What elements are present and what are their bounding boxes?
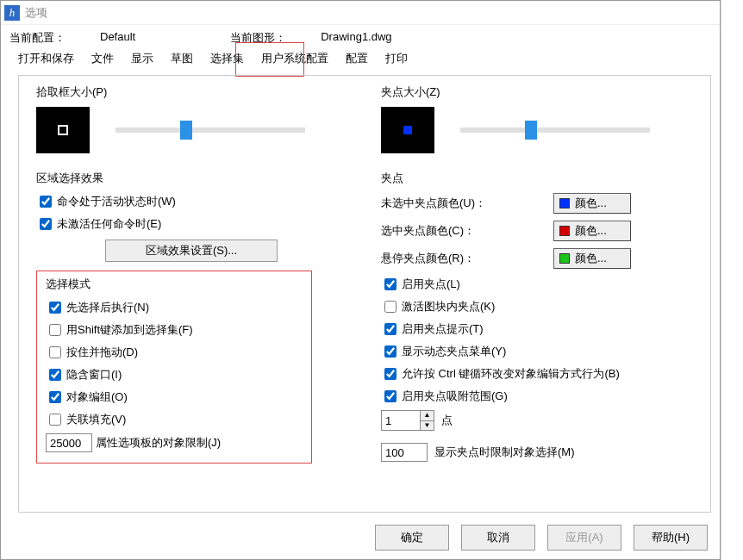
gripsize-slider-thumb[interactable] xyxy=(525,121,537,140)
pickbox-label: 拾取框大小(P) xyxy=(36,84,364,100)
chk-ctrl-cycle[interactable] xyxy=(384,368,396,380)
grips-label: 夹点 xyxy=(381,171,705,186)
chk-hatch-label: 关联填充(V) xyxy=(66,412,126,427)
window-title: 选项 xyxy=(25,5,47,21)
config-value: Default xyxy=(100,30,135,46)
color-btn-text3: 颜色... xyxy=(575,251,607,266)
spinner-label: 点 xyxy=(441,413,453,428)
right-column: 夹点大小(Z) 夹点 未选中夹点颜色(U)： 颜色... 选中夹点颜色(C)： xyxy=(381,84,705,462)
help-button[interactable]: 帮助(H) xyxy=(634,525,708,551)
hover-color-label: 悬停夹点颜色(R)： xyxy=(381,251,475,266)
gripsize-preview-row xyxy=(381,107,705,153)
chk-object-group[interactable] xyxy=(49,391,61,403)
chk-grip-tip[interactable] xyxy=(384,323,396,335)
chk-enable-grip[interactable] xyxy=(384,278,396,290)
color-btn-text2: 颜色... xyxy=(575,223,607,239)
chk-pre-exec[interactable] xyxy=(49,302,61,314)
tab-open-save[interactable]: 打开和保存 xyxy=(9,47,83,70)
snap-range-input[interactable] xyxy=(382,411,420,430)
pickbox-preview xyxy=(36,107,90,153)
pickbox-slider-thumb[interactable] xyxy=(180,121,192,140)
color-swatch-unselected xyxy=(559,198,570,208)
pickbox-slider[interactable] xyxy=(116,128,305,133)
gripsize-preview xyxy=(381,107,434,153)
area-settings-button[interactable]: 区域效果设置(S)... xyxy=(105,240,278,262)
app-icon: h xyxy=(4,5,20,21)
pickbox-preview-row xyxy=(36,107,364,153)
tab-display[interactable]: 显示 xyxy=(122,47,162,70)
color-swatch-selected xyxy=(559,226,570,236)
select-mode-label: 选择模式 xyxy=(46,277,303,292)
chk-pre-label: 先选择后执行(N) xyxy=(66,300,149,315)
tab-print[interactable]: 打印 xyxy=(377,47,416,70)
chk-active[interactable] xyxy=(40,196,52,208)
grip-obj-limit-label: 显示夹点时限制对象选择(M) xyxy=(434,445,575,460)
left-column: 拾取框大小(P) 区域选择效果 命令处于活动状态时(W) 未激活任何命令时(E)… xyxy=(36,84,364,464)
cancel-button[interactable]: 取消 xyxy=(461,525,535,551)
chk-snap-range-label: 启用夹点吸附范围(G) xyxy=(402,389,508,404)
config-label: 当前配置： xyxy=(9,30,66,46)
tab-bar: 打开和保存 文件 显示 草图 选择集 用户系统配置 配置 打印 xyxy=(1,47,720,70)
chk-ctrl-label: 允许按 Ctrl 键循环改变对象编辑方式行为(B) xyxy=(402,366,620,382)
tab-selection[interactable]: 选择集 xyxy=(202,47,253,70)
unselected-color-button[interactable]: 颜色... xyxy=(553,193,631,214)
chk-enable-grip-label: 启用夹点(L) xyxy=(402,277,460,292)
chk-press-drag[interactable] xyxy=(49,346,61,358)
obj-limit-input[interactable] xyxy=(46,433,92,452)
chk-inactive-label: 未激活任何命令时(E) xyxy=(57,216,161,232)
gripsize-label: 夹点大小(Z) xyxy=(381,84,705,100)
drawing-label: 当前图形： xyxy=(230,30,286,46)
info-row: 当前配置： Default 当前图形： Drawing1.dwg xyxy=(1,25,720,47)
tab-sketch[interactable]: 草图 xyxy=(162,47,202,70)
tab-config[interactable]: 配置 xyxy=(337,47,377,70)
chk-dyn-menu-label: 显示动态夹点菜单(Y) xyxy=(402,344,506,359)
chk-active-label: 命令处于活动状态时(W) xyxy=(57,194,176,209)
chk-snap-range[interactable] xyxy=(384,390,396,402)
ok-button[interactable]: 确定 xyxy=(375,525,449,551)
selected-color-button[interactable]: 颜色... xyxy=(553,221,631,241)
chk-block-grip-label: 激活图块内夹点(K) xyxy=(402,299,495,314)
drawing-value: Drawing1.dwg xyxy=(321,30,391,46)
pickbox-square-icon xyxy=(58,125,68,135)
apply-button[interactable]: 应用(A) xyxy=(547,525,621,551)
chk-shift-add[interactable] xyxy=(49,324,61,336)
chk-assoc-hatch[interactable] xyxy=(49,414,61,426)
spinner-up-icon[interactable]: ▲ xyxy=(421,411,434,421)
select-mode-group: 选择模式 先选择后执行(N) 用Shift键添加到选择集(F) 按住并拖动(D)… xyxy=(36,271,312,464)
titlebar: h 选项 xyxy=(1,1,720,25)
chk-grip-tip-label: 启用夹点提示(T) xyxy=(402,321,484,337)
chk-implied-label: 隐含窗口(I) xyxy=(66,367,122,383)
color-swatch-hover xyxy=(559,253,570,264)
options-dialog: h 选项 当前配置： Default 当前图形： Drawing1.dwg 打开… xyxy=(0,0,721,560)
tab-user-sys[interactable]: 用户系统配置 xyxy=(253,47,337,70)
chk-shift-label: 用Shift键添加到选择集(F) xyxy=(66,322,193,338)
obj-limit-label: 属性选项板的对象限制(J) xyxy=(96,435,221,451)
hover-color-row: 悬停夹点颜色(R)： 颜色... xyxy=(381,248,631,269)
chk-block-grip[interactable] xyxy=(384,301,396,313)
gripsize-slider[interactable] xyxy=(460,128,650,133)
chk-group-label: 对象编组(O) xyxy=(66,389,128,405)
snap-range-spinner[interactable]: ▲ ▼ xyxy=(381,410,434,431)
chk-implied-window[interactable] xyxy=(49,369,61,381)
unselected-color-label: 未选中夹点颜色(U)： xyxy=(381,196,486,211)
spinner-buttons[interactable]: ▲ ▼ xyxy=(420,411,434,430)
color-btn-text: 颜色... xyxy=(575,196,607,211)
grip-square-icon xyxy=(403,126,412,134)
chk-inactive-row: 未激活任何命令时(E) xyxy=(36,215,364,233)
selected-color-row: 选中夹点颜色(C)： 颜色... xyxy=(381,221,631,241)
right-edge xyxy=(721,0,743,560)
tab-content: 拾取框大小(P) 区域选择效果 命令处于活动状态时(W) 未激活任何命令时(E)… xyxy=(18,75,711,513)
chk-inactive[interactable] xyxy=(40,218,52,230)
area-effect-label: 区域选择效果 xyxy=(36,171,364,186)
chk-pressdrag-label: 按住并拖动(D) xyxy=(66,345,138,360)
dialog-buttons: 确定 取消 应用(A) 帮助(H) xyxy=(375,525,708,551)
tab-file[interactable]: 文件 xyxy=(83,47,122,70)
unselected-color-row: 未选中夹点颜色(U)： 颜色... xyxy=(381,193,631,214)
chk-active-row: 命令处于活动状态时(W) xyxy=(36,193,364,210)
chk-dyn-menu[interactable] xyxy=(384,345,396,358)
spinner-down-icon[interactable]: ▼ xyxy=(421,421,434,431)
grip-obj-limit-input[interactable] xyxy=(381,443,428,462)
selected-color-label: 选中夹点颜色(C)： xyxy=(381,223,475,239)
hover-color-button[interactable]: 颜色... xyxy=(553,248,631,269)
